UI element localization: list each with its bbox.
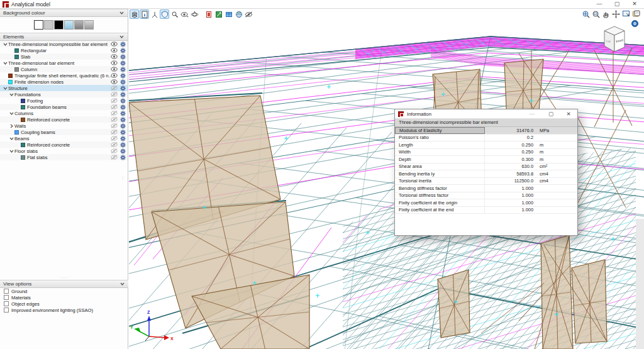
chevron-down-icon[interactable] <box>9 150 14 153</box>
bg-colour-swatch-grey-radial[interactable] <box>84 20 94 30</box>
tree-item-footing[interactable]: Footing <box>0 97 128 104</box>
maximize-button[interactable]: ▢ <box>610 0 624 8</box>
gear-icon[interactable] <box>120 48 126 53</box>
visibility-eye-icon[interactable] <box>111 48 118 53</box>
visibility-eye-icon[interactable] <box>111 54 118 59</box>
gear-icon[interactable] <box>120 60 126 66</box>
chevron-down-icon[interactable] <box>3 43 8 46</box>
dialog-maximize-button[interactable]: ▢ <box>545 110 557 118</box>
visibility-eye-off-icon[interactable] <box>111 111 118 116</box>
view-cube[interactable]: FrontLeft <box>601 25 628 57</box>
chevron-right-icon[interactable] <box>9 124 14 128</box>
visibility-eye-icon[interactable] <box>111 73 118 78</box>
property-row[interactable]: Bending inertia Iy58593.8cm4 <box>395 170 577 178</box>
gear-icon[interactable] <box>120 117 126 123</box>
gear-icon[interactable] <box>120 136 126 141</box>
property-row[interactable]: Shear area630.0cm² <box>395 163 577 171</box>
tree-item-floor-slabs[interactable]: Floor slabs <box>0 148 128 154</box>
gear-icon[interactable] <box>120 73 126 79</box>
visibility-eye-off-icon[interactable] <box>111 130 118 135</box>
floor-blue-panel-button[interactable] <box>224 9 233 19</box>
visibility-eye-icon[interactable] <box>111 67 118 72</box>
gear-icon[interactable] <box>120 130 126 135</box>
visibility-eye-off-icon[interactable] <box>111 86 118 91</box>
walkthrough-button[interactable] <box>631 9 640 18</box>
bg-colour-swatch-black[interactable] <box>54 20 64 30</box>
node-pin-button[interactable] <box>170 9 179 19</box>
dialog-close-button[interactable]: ✕ <box>562 110 575 118</box>
visibility-eye-off-icon[interactable] <box>111 117 118 122</box>
bg-colour-swatch-white[interactable] <box>34 20 43 30</box>
tree-item-column[interactable]: Column <box>0 66 128 72</box>
wall-red-panel-button[interactable] <box>204 9 213 19</box>
tree-item-reinforced-concrete[interactable]: Reinforced concrete <box>0 116 128 123</box>
visibility-eye-icon[interactable] <box>111 42 118 47</box>
view-option-materials[interactable]: Materials <box>0 294 128 301</box>
record-camera-button[interactable] <box>630 19 639 28</box>
tree-item-columns[interactable]: Columns <box>0 110 128 116</box>
visibility-button[interactable] <box>180 9 189 19</box>
gear-icon[interactable] <box>120 155 126 160</box>
checkbox[interactable] <box>4 295 9 300</box>
elements-header[interactable]: Elements <box>0 33 128 41</box>
visibility-eye-off-icon[interactable] <box>111 92 118 97</box>
pan-button[interactable] <box>601 9 610 18</box>
hide-elements-button[interactable] <box>244 9 253 19</box>
tree-item-three-dimensional-incompressible-bar-element[interactable]: Three-dimensional incompressible bar ele… <box>0 41 128 47</box>
bg-colour-swatch-light-grey[interactable] <box>44 20 53 30</box>
property-row[interactable]: Bending stiffness factor1.000 <box>395 185 577 192</box>
minimize-button[interactable]: — <box>592 0 606 8</box>
tree-item-finite-dimension-nodes[interactable]: Finite dimension nodes <box>0 79 128 85</box>
gear-icon[interactable] <box>120 54 126 60</box>
slab-green-panel-button[interactable] <box>214 9 223 19</box>
tree-item-coupling-beams[interactable]: Coupling beams <box>0 129 128 135</box>
visibility-eye-off-icon[interactable] <box>111 136 118 141</box>
visibility-eye-off-icon[interactable] <box>111 123 118 128</box>
visibility-eye-off-icon[interactable] <box>111 104 118 109</box>
gear-icon[interactable] <box>120 98 126 104</box>
tree-item-structure[interactable]: Structure <box>0 85 128 91</box>
gear-icon[interactable] <box>120 67 126 72</box>
gear-icon[interactable] <box>120 148 126 154</box>
visibility-eye-off-icon[interactable] <box>111 142 118 147</box>
tree-item-flat-slabs[interactable]: Flat slabs <box>0 154 128 160</box>
tree-item-beams[interactable]: Beams <box>0 135 128 141</box>
gear-icon[interactable] <box>120 92 126 97</box>
tree-item-walls[interactable]: Walls <box>0 123 128 129</box>
view-options-header[interactable]: View options <box>0 280 128 288</box>
background-colour-header[interactable]: Background colour <box>0 9 128 17</box>
tree-item-triangular-finite-shell-element-quadratic-6-n[interactable]: Triangular finite shell element, quadrat… <box>0 72 128 79</box>
chevron-down-icon[interactable] <box>3 62 8 65</box>
gear-icon[interactable] <box>120 104 126 110</box>
element-info-button[interactable] <box>140 9 149 19</box>
visibility-eye-icon[interactable] <box>111 79 118 84</box>
axes-button[interactable] <box>150 9 159 19</box>
property-row[interactable]: Width0.250m <box>395 149 577 157</box>
shield-protection-button[interactable] <box>160 9 169 19</box>
view-option-improved-environment-lighting-ssao[interactable]: Improved environment lighting (SSAO) <box>0 307 128 313</box>
tree-item-foundation-beams[interactable]: Foundation beams <box>0 104 128 110</box>
tree-item-three-dimensional-bar-element[interactable]: Three-dimensional bar element <box>0 60 128 66</box>
chevron-down-icon[interactable] <box>3 87 8 90</box>
gear-icon[interactable] <box>120 123 126 129</box>
gear-icon[interactable] <box>120 86 126 91</box>
bg-colour-swatch-grey-gradient[interactable] <box>74 20 84 30</box>
gear-icon[interactable] <box>120 142 126 148</box>
checkbox[interactable] <box>4 289 9 294</box>
dialog-minimize-button[interactable]: — <box>526 110 538 118</box>
orbit-3d-button[interactable] <box>190 9 199 19</box>
property-row[interactable]: Modulus of Elasticity31476.0MPa <box>395 127 577 135</box>
capture-window-button[interactable] <box>621 9 630 18</box>
tree-item-foundations[interactable]: Foundations <box>0 91 128 97</box>
property-row[interactable]: Fixity coefficient at the origin1.000 <box>395 199 577 207</box>
sidebar-scroll-handle[interactable]: ⋮ <box>121 177 125 179</box>
shear-wall-panel[interactable] <box>572 260 607 343</box>
gear-icon[interactable] <box>120 42 126 47</box>
render-globe-button[interactable] <box>234 9 243 19</box>
visibility-eye-off-icon[interactable] <box>111 98 118 103</box>
chevron-down-icon[interactable] <box>9 112 14 115</box>
property-row[interactable]: Length0.250m <box>395 141 577 149</box>
zoom-window-button[interactable] <box>591 9 600 18</box>
property-row[interactable]: Depth0.300m <box>395 156 577 163</box>
tree-item-reinforced-concrete[interactable]: Reinforced concrete <box>0 141 128 148</box>
